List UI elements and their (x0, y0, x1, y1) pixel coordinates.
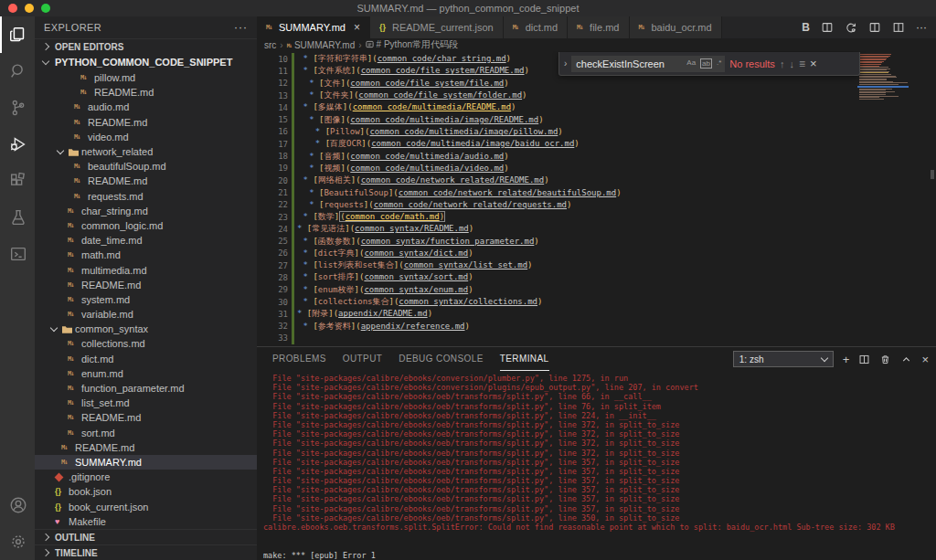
md-file-icon: M↓ (74, 119, 88, 126)
tree-item-readme-md[interactable]: M↓README.md (35, 440, 257, 455)
close-find-icon[interactable]: × (810, 57, 817, 70)
tree-item-video-md[interactable]: M↓video.md (35, 130, 257, 144)
testing-icon[interactable] (0, 199, 35, 236)
panel-tab-problems[interactable]: PROBLEMS (272, 347, 326, 371)
toggle-replace-icon[interactable]: › (564, 58, 567, 69)
tab-summary-md[interactable]: M↓SUMMARY.md× (257, 16, 370, 38)
search-icon[interactable] (0, 53, 35, 90)
close-panel-icon[interactable]: × (921, 353, 929, 366)
timeline-section[interactable]: TIMELINE (35, 544, 257, 560)
tree-item-book-current-json[interactable]: {}book_current.json (35, 499, 257, 513)
link-title: 字符和字符串 (318, 54, 367, 63)
tree-item-date-time-md[interactable]: M↓date_time.md (35, 233, 257, 248)
match-case-icon[interactable]: Aa (686, 58, 697, 69)
terminal-line: File "site-packages/calibre/ebooks/oeb/t… (263, 458, 936, 467)
extensions-icon[interactable] (0, 163, 35, 199)
panel-tab-debug-console[interactable]: DEBUG CONSOLE (399, 347, 483, 371)
tree-item-summary-md[interactable]: M↓SUMMARY.md (35, 455, 257, 470)
find-in-selection-icon[interactable]: ≡ (799, 58, 805, 70)
terminal-output[interactable]: File "site-packages/calibre/ebooks/conve… (257, 371, 936, 560)
tree-item-requests-md[interactable]: M↓requests.md (35, 189, 257, 204)
tree-item-sort-md[interactable]: M↓sort.md (35, 426, 257, 440)
open-preview-side-icon[interactable] (868, 21, 881, 34)
git-gutter-added (292, 271, 294, 283)
link-title: collections集合 (318, 297, 389, 306)
breadcrumb-item[interactable]: src (264, 40, 276, 50)
tree-item-enum-md[interactable]: M↓enum.md (35, 366, 257, 381)
terminal-shell-dropdown[interactable]: 1: zsh (733, 351, 834, 367)
close-tab-icon[interactable]: × (354, 21, 360, 34)
open-editors-section[interactable]: OPEN EDITORS (35, 38, 257, 54)
tree-item-readme-md[interactable]: M↓README.md (35, 85, 257, 100)
tree-item-dict-md[interactable]: M↓dict.md (35, 352, 257, 366)
next-match-icon[interactable]: ↓ (789, 58, 794, 69)
link-target: (common_syntax/sort.md) (359, 272, 473, 281)
settings-gear-icon[interactable] (0, 523, 35, 560)
open-preview-icon[interactable] (821, 21, 834, 34)
tab-dict-md[interactable]: M↓dict.md (504, 16, 568, 38)
tab-file-md[interactable]: M↓file.md (568, 16, 629, 38)
tab-baidu-ocr-md[interactable]: M↓baidu_ocr.md (630, 16, 722, 38)
list-bullet: * (309, 115, 319, 124)
more-actions-icon[interactable]: ··· (916, 21, 927, 34)
md-file-icon: M↓ (68, 222, 81, 229)
views-more-actions-icon[interactable]: ··· (234, 21, 248, 34)
tree-item-makefile[interactable]: ♥Makefile (35, 514, 257, 529)
source-control-icon[interactable] (0, 90, 35, 126)
breadcrumb-item[interactable]: # Python常用代码段 (366, 38, 458, 51)
tree-item-common-logic-md[interactable]: M↓common_logic.md (35, 218, 257, 233)
explorer-icon[interactable] (0, 16, 35, 53)
tree-item-list-set-md[interactable]: M↓list_set.md (35, 396, 257, 410)
tree-item-multimedia-md[interactable]: M↓multimedia.md (35, 262, 257, 277)
line-content: * [附录](appendix/README.md) (295, 308, 432, 320)
tree-item-readme-md[interactable]: M↓README.md (35, 115, 257, 130)
tree-item-audio-md[interactable]: M↓audio.md (35, 100, 257, 114)
tree-item-readme-md[interactable]: M↓README.md (35, 174, 257, 188)
git-gutter-added (292, 235, 294, 247)
run-debug-icon[interactable] (0, 126, 35, 163)
tree-item-book-json[interactable]: {}book.json (35, 484, 257, 499)
panel-tab-output[interactable]: OUTPUT (343, 347, 383, 371)
breadcrumb-item[interactable]: M↓SUMMARY.md (287, 40, 356, 50)
scrollbar-thumb[interactable] (931, 170, 934, 179)
tree-item-label: collections.md (81, 338, 145, 349)
outline-section[interactable]: OUTLINE (35, 529, 257, 544)
tree-item-readme-md[interactable]: M↓README.md (35, 410, 257, 425)
new-terminal-icon[interactable]: + (843, 353, 850, 366)
tree-item-char-string-md[interactable]: M↓char_string.md (35, 204, 257, 218)
tree-item-variable-md[interactable]: M↓variable.md (35, 307, 257, 322)
tree-item--gitignore[interactable]: .gitignore (35, 470, 257, 484)
link-title: 百度OCR (330, 139, 361, 148)
tree-item-readme-md[interactable]: M↓README.md (35, 278, 257, 292)
editor-pane[interactable]: 10* [字符和字符串](common_code/char_string.md)… (257, 51, 936, 346)
remote-terminal-icon[interactable] (0, 236, 35, 272)
tree-item-system-md[interactable]: M↓system.md (35, 292, 257, 307)
tree-item-beautifulsoup-md[interactable]: M↓beautifulSoup.md (35, 159, 257, 174)
panel-tab-terminal[interactable]: TERMINAL (500, 347, 549, 371)
regex-icon[interactable]: .* (716, 58, 722, 69)
tree-item-function-parameter-md[interactable]: M↓function_parameter.md (35, 381, 257, 396)
minimap[interactable] (857, 53, 909, 106)
git-gutter-added (292, 163, 294, 174)
split-editor-icon[interactable] (892, 21, 905, 34)
md-file-icon: M↓ (61, 444, 75, 451)
line-number: 24 (257, 225, 288, 234)
tab-readme-current-json[interactable]: {}README_current.json (370, 16, 504, 38)
maximize-panel-icon[interactable] (900, 354, 912, 365)
tree-item-network-related[interactable]: network_related (35, 144, 257, 159)
kill-terminal-icon[interactable] (879, 354, 891, 365)
md-file-icon: M↓ (68, 237, 81, 244)
tree-item-math-md[interactable]: M↓math.md (35, 248, 257, 262)
account-icon[interactable] (0, 487, 35, 523)
tree-item-common-syntax[interactable]: common_syntax (35, 322, 257, 336)
bold-toggle-icon[interactable]: B (802, 21, 810, 34)
breadcrumb[interactable]: src›M↓SUMMARY.md›# Python常用代码段 (257, 38, 936, 51)
git-gutter-added (292, 333, 294, 344)
project-root-section[interactable]: PYTHON_COMMON_CODE_SNIPPET (35, 54, 257, 70)
tree-item-collections-md[interactable]: M↓collections.md (35, 336, 257, 351)
previous-match-icon[interactable]: ↑ (780, 58, 785, 69)
split-terminal-icon[interactable] (858, 354, 870, 365)
tree-item-pillow-md[interactable]: M↓pillow.md (35, 70, 257, 85)
whole-word-icon[interactable]: ab (700, 58, 712, 69)
sync-changes-icon[interactable] (845, 21, 857, 34)
